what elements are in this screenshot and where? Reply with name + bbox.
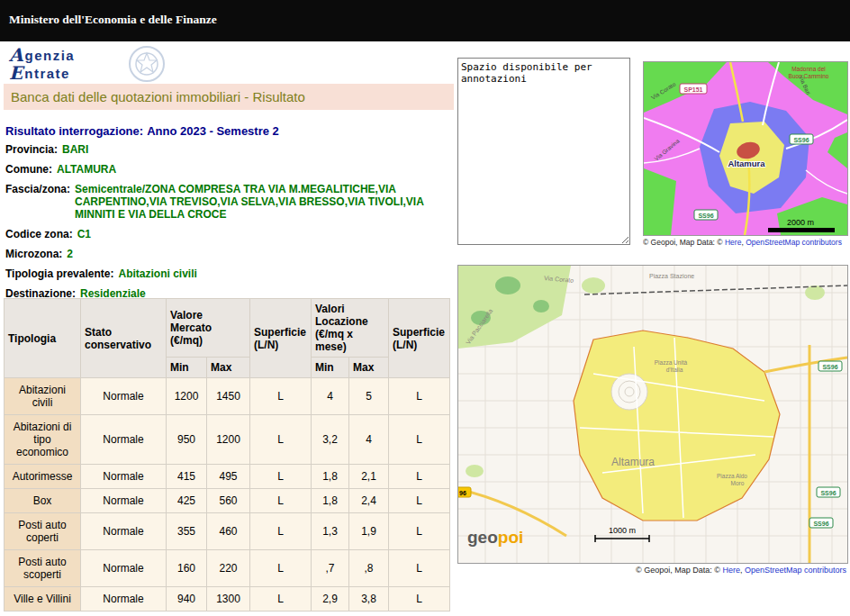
map-label-altamura: Altamura (728, 159, 765, 168)
logo-initial-a: A (9, 47, 23, 63)
svg-text:SS96: SS96 (822, 364, 837, 370)
col-header-min-locazione: Min (312, 358, 349, 378)
table-row: Abitazioni di tipo economico Normale 950… (5, 415, 450, 465)
ss96-road-badge: SS96 (817, 487, 840, 497)
sp151-road-badge: SP151 (680, 84, 707, 94)
ss96-road-badge: SS96 (790, 134, 813, 144)
field-comune: Comune: ALTAMURA (5, 163, 457, 176)
map-attribution: © Geopoi, Map Data: © Here, OpenStreetMa… (457, 566, 846, 575)
field-tipologia-prevalente: Tipologia prevalente: Abitazioni civili (5, 267, 457, 280)
map-label-piazza-unita: Piazza Unità (655, 359, 688, 366)
ss96-road-badge: SS96 (818, 361, 842, 371)
table-row: Autorimesse Normale 415 495 L 1,8 2,1 L (5, 465, 450, 489)
map-attribution: © Geopoi, Map Data: © Here, OpenStreetMa… (643, 238, 846, 247)
table-header-row: Tipologia Stato conservativo Valore Merc… (5, 299, 450, 358)
quotations-table-wrap: Tipologia Stato conservativo Valore Merc… (4, 298, 450, 611)
here-link[interactable]: Here (725, 238, 741, 247)
map-scale-label: 2000 m (787, 218, 814, 227)
table-row: Posti auto scoperti Normale 160 220 L ,7… (5, 550, 450, 587)
map-label-altamura: Altamura (611, 456, 655, 468)
map-scale-label: 1000 m (609, 526, 636, 535)
annotations-textarea[interactable]: Spazio disponibile per annotazioni (457, 58, 630, 245)
table-row: Ville e Villini Normale 940 1300 L 2,9 3… (5, 587, 450, 611)
osm-link[interactable]: OpenStreetMap contributors (746, 238, 842, 247)
zone-overview-map[interactable]: SP151 SS96 SS96 Madonna del Buon Cammino… (643, 61, 848, 236)
page-title: Banca dati delle quotazioni immobiliari … (4, 84, 454, 110)
republic-emblem-icon (128, 45, 166, 83)
svg-text:SS96: SS96 (820, 490, 836, 496)
col-header-max-locazione: Max (349, 358, 389, 378)
field-provincia: Provincia: BARI (5, 143, 457, 156)
ss96-road-badge: SS96 (809, 518, 833, 528)
svg-text:96: 96 (459, 490, 466, 496)
map-label-piazza-aldo: Piazza Aldo (717, 473, 747, 479)
svg-text:SS96: SS96 (793, 137, 809, 143)
city-map-wrap: SS96 SS96 SS96 96 Via Corato Piazza Staz… (457, 265, 846, 575)
col-header-max-mercato: Max (207, 358, 250, 378)
ss96-road-badge: SS96 (694, 210, 718, 220)
logo-word-ntrate: ntrate (24, 67, 70, 81)
zone-overview-map-wrap: SP151 SS96 SS96 Madonna del Buon Cammino… (643, 61, 846, 247)
result-fields: Provincia: BARI Comune: ALTAMURA Fascia/… (5, 143, 457, 307)
map-label-piazza-aldo-2: Moro (731, 480, 745, 486)
geopoi-logo: geopoi (467, 528, 523, 547)
svg-text:SS96: SS96 (698, 213, 713, 219)
logo-word-genzia: genzia (25, 49, 76, 63)
city-map[interactable]: SS96 SS96 SS96 96 Via Corato Piazza Staz… (457, 265, 848, 564)
map-label-madonna-2: Buon Cammino (789, 73, 829, 79)
ministry-title: Ministero dell'Economia e delle Finanze (0, 0, 850, 40)
ministry-topbar: Ministero dell'Economia e delle Finanze (0, 0, 850, 41)
col-header-valori-locazione: Valori Locazione (€/mq x mese) (312, 299, 389, 358)
map-label-piazza-stazione: Piazza Stazione (649, 273, 694, 279)
field-fascia-zona: Fascia/zona: Semicentrale/ZONA COMPRESA … (5, 183, 457, 221)
col-header-stato: Stato conservativo (81, 299, 167, 378)
agenzia-entrate-logo: A genzia E ntrate (9, 45, 75, 81)
table-row: Box Normale 425 560 L 1,8 2,4 L (5, 489, 450, 513)
col-header-superficie-1: Superficie (L/N) (250, 299, 312, 378)
col-header-tipologia: Tipologia (5, 299, 81, 378)
map-label-piazza-unita-2: d'Italia (666, 367, 683, 373)
logo-initial-e: E (9, 65, 23, 81)
result-heading-label: Risultato interrogazione: (5, 124, 143, 138)
result-heading-value: Anno 2023 - Semestre 2 (147, 124, 279, 138)
svg-text:SS96: SS96 (813, 521, 828, 527)
field-microzona: Microzona: 2 (5, 248, 457, 260)
omi-result-page: Ministero dell'Economia e delle Finanze … (0, 0, 850, 616)
quotations-table: Tipologia Stato conservativo Valore Merc… (4, 298, 450, 611)
col-header-valore-mercato: Valore Mercato (€/mq) (167, 299, 250, 358)
road-96-badge: 96 (457, 487, 471, 497)
map-label-madonna: Madonna del (791, 66, 826, 72)
osm-link[interactable]: OpenStreetMap contributors (745, 566, 846, 575)
map-scale-bar (768, 228, 835, 232)
table-row: Posti auto coperti Normale 355 460 L 1,3… (5, 513, 450, 550)
svg-text:SP151: SP151 (683, 86, 702, 93)
here-link[interactable]: Here (722, 566, 740, 575)
annotations-area: Spazio disponibile per annotazioni (457, 58, 630, 249)
result-heading: Risultato interrogazione:Anno 2023 - Sem… (5, 124, 279, 138)
col-header-superficie-2: Superficie (L/N) (389, 299, 450, 378)
col-header-min-mercato: Min (167, 358, 207, 378)
table-row: Abitazioni civili Normale 1200 1450 L 4 … (5, 378, 450, 415)
field-codice-zona: Codice zona: C1 (5, 228, 457, 240)
